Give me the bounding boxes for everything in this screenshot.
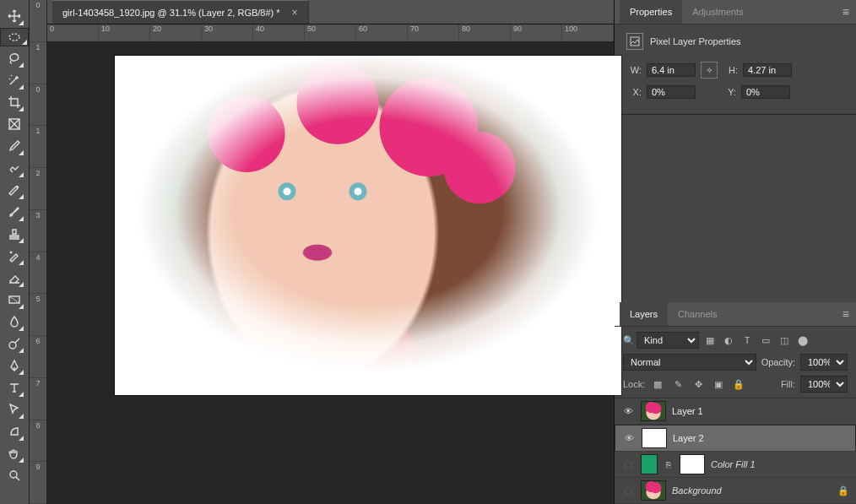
tool-pen[interactable] xyxy=(4,355,24,376)
fill-label: Fill: xyxy=(781,379,795,389)
visibility-icon[interactable]: 👁 xyxy=(622,431,636,445)
layer-list: 👁 Layer 1 👁 Layer 2 ▢ ⎘ Color Fill 1 ▢ B… xyxy=(615,398,856,504)
y-label: Y: xyxy=(721,87,736,97)
lock-all-icon[interactable]: 🔒 xyxy=(731,377,746,392)
document-tab[interactable]: girl-1403458_1920.jpg @ 31.1% (Layer 2, … xyxy=(52,0,309,24)
document-area: girl-1403458_1920.jpg @ 31.1% (Layer 2, … xyxy=(47,0,614,504)
tool-lasso[interactable] xyxy=(4,48,24,68)
document-tabs: girl-1403458_1920.jpg @ 31.1% (Layer 2, … xyxy=(47,0,614,24)
right-panel: Properties Adjustments ≡ Pixel Layer Pro… xyxy=(614,0,856,504)
lock-brush-icon[interactable]: ✎ xyxy=(670,377,685,392)
canvas-viewport[interactable] xyxy=(47,42,614,504)
layer-mask-thumb[interactable] xyxy=(680,455,704,474)
tool-marquee-ellipse[interactable] xyxy=(0,28,29,46)
layers-options: 🔍Kind ▦ ◐ T ▭ ◫ ⬤ Normal Opacity: 100% L… xyxy=(615,327,856,398)
tool-history-brush[interactable] xyxy=(4,246,24,266)
tool-gradient[interactable] xyxy=(4,290,24,310)
y-field[interactable]: 0% xyxy=(741,85,790,99)
filter-type-icon[interactable]: T xyxy=(740,333,755,348)
filter-smart-icon[interactable]: ◫ xyxy=(777,333,792,348)
properties-title-text: Pixel Layer Properties xyxy=(650,36,741,46)
layers-panel: Layers Channels ≡ 🔍Kind ▦ ◐ T ▭ ◫ ⬤ Norm… xyxy=(615,302,856,504)
opacity-label: Opacity: xyxy=(761,357,795,367)
layer-name[interactable]: Color Fill 1 xyxy=(711,459,849,469)
layer-swatch[interactable] xyxy=(642,455,657,474)
tab-layers[interactable]: Layers xyxy=(620,302,668,326)
layer-row[interactable]: 👁 Layer 2 xyxy=(615,425,856,452)
vertical-ruler: 010123456789 xyxy=(30,0,47,504)
filter-toggle-icon[interactable]: ⬤ xyxy=(795,333,810,348)
tool-retouch[interactable] xyxy=(4,180,24,200)
tool-stamp[interactable] xyxy=(4,224,24,244)
tool-strip xyxy=(0,0,30,504)
tool-frame[interactable] xyxy=(4,114,24,134)
layer-thumb[interactable] xyxy=(642,481,665,500)
filter-adjust-icon[interactable]: ◐ xyxy=(721,333,736,348)
tool-type[interactable] xyxy=(4,377,24,398)
layer-thumb[interactable] xyxy=(642,402,665,420)
tool-shape[interactable] xyxy=(4,421,24,442)
x-label: X: xyxy=(626,87,642,97)
link-icon[interactable]: ⎘ xyxy=(664,460,674,469)
layer-row[interactable]: ▢ Background 🔒 xyxy=(615,478,856,504)
image-content xyxy=(115,56,621,395)
fill-select[interactable]: 100% xyxy=(800,376,848,393)
visibility-icon[interactable]: ▢ xyxy=(621,484,635,497)
pixel-layer-icon xyxy=(626,33,643,50)
height-label: H: xyxy=(723,65,738,75)
panel-spacer xyxy=(615,115,856,302)
tool-path-select[interactable] xyxy=(4,399,24,420)
app-root: 010123456789 girl-1403458_1920.jpg @ 31.… xyxy=(0,0,856,504)
tool-hand[interactable] xyxy=(4,443,24,463)
lock-pixels-icon[interactable]: ▩ xyxy=(650,377,665,392)
layer-name[interactable]: Layer 1 xyxy=(672,406,849,416)
tab-channels[interactable]: Channels xyxy=(668,302,727,326)
layer-row[interactable]: ▢ ⎘ Color Fill 1 xyxy=(615,452,856,478)
tool-crop[interactable] xyxy=(4,92,24,112)
link-wh-icon[interactable]: ⟡ xyxy=(701,62,718,79)
lock-icon: 🔒 xyxy=(837,485,849,496)
filter-pixel-icon[interactable]: ▦ xyxy=(702,333,718,348)
layer-name[interactable]: Background xyxy=(672,485,831,496)
tab-adjustments[interactable]: Adjustments xyxy=(682,0,754,24)
tool-eyedropper[interactable] xyxy=(4,136,24,156)
tool-move[interactable] xyxy=(4,6,24,26)
panel-menu-icon[interactable]: ≡ xyxy=(842,310,849,318)
tool-wand[interactable] xyxy=(4,70,24,90)
search-icon: 🔍 xyxy=(623,335,635,346)
properties-title: Pixel Layer Properties xyxy=(626,33,844,50)
blend-mode-select[interactable]: Normal xyxy=(623,354,756,371)
artboard[interactable] xyxy=(115,56,621,395)
tool-zoom[interactable] xyxy=(4,465,24,485)
x-field[interactable]: 0% xyxy=(647,85,696,99)
document-tab-title: girl-1403458_1920.jpg @ 31.1% (Layer 2, … xyxy=(62,8,280,18)
svg-rect-5 xyxy=(631,37,639,46)
svg-point-4 xyxy=(10,471,17,478)
tool-heal[interactable] xyxy=(4,158,24,178)
horizontal-ruler: 0102030405060708090100 xyxy=(47,24,614,42)
visibility-icon[interactable]: ▢ xyxy=(621,458,635,471)
layer-thumb[interactable] xyxy=(642,429,666,447)
tool-eraser[interactable] xyxy=(4,268,24,288)
height-field[interactable]: 4.27 in xyxy=(743,63,792,77)
close-icon[interactable]: × xyxy=(292,7,298,19)
layer-row[interactable]: 👁 Layer 1 xyxy=(615,398,856,425)
tool-dodge[interactable] xyxy=(4,333,24,354)
tab-properties[interactable]: Properties xyxy=(620,0,682,24)
filter-kind-select[interactable]: Kind xyxy=(637,332,699,349)
properties-panel-tabs: Properties Adjustments ≡ xyxy=(615,0,856,24)
tool-blur[interactable] xyxy=(4,312,24,332)
svg-point-3 xyxy=(9,342,16,349)
filter-shape-icon[interactable]: ▭ xyxy=(758,333,773,348)
width-field[interactable]: 6.4 in xyxy=(647,63,696,77)
lock-artboard-icon[interactable]: ▣ xyxy=(711,377,726,392)
panel-menu-icon[interactable]: ≡ xyxy=(842,8,849,16)
visibility-icon[interactable]: 👁 xyxy=(621,404,635,418)
lock-position-icon[interactable]: ✥ xyxy=(691,377,706,392)
layer-name[interactable]: Layer 2 xyxy=(673,433,848,443)
width-label: W: xyxy=(626,65,642,75)
opacity-select[interactable]: 100% xyxy=(800,354,848,371)
properties-panel: Pixel Layer Properties W: 6.4 in ⟡ H: 4.… xyxy=(615,24,856,115)
tool-brush[interactable] xyxy=(4,202,24,222)
lock-label: Lock: xyxy=(623,379,645,389)
